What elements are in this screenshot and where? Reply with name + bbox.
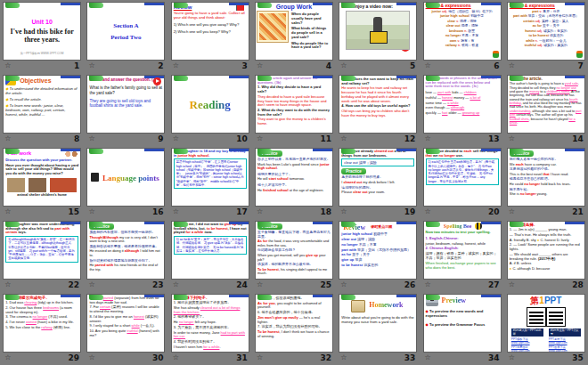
slide-thumbnail[interactable]: 5. As for me, I did not want to give up … bbox=[172, 222, 249, 279]
animation-star-icon[interactable]: ☆ bbox=[257, 281, 263, 288]
slide-caption-strip: ☆13 bbox=[424, 133, 501, 145]
slide-thumbnail[interactable]: Preview◆ To preview the new words and ex… bbox=[424, 295, 501, 352]
animation-star-icon[interactable]: ☆ bbox=[257, 62, 263, 69]
animation-star-icon[interactable]: ☆ bbox=[425, 135, 431, 142]
slide-thumbnail[interactable]: 5. 至于你，你应该感到羞愧。As for you, you ought to … bbox=[256, 295, 332, 352]
slide-caption-strip: ☆9 bbox=[87, 133, 164, 145]
slide-thumbnail[interactable]: Practice至于食物嘛，简直难以下咽，而且离海边有好几英里。As for t… bbox=[256, 222, 332, 279]
slide-thumbnail[interactable]: Section APeriod Two bbox=[87, 3, 164, 60]
animation-star-icon[interactable]: ☆ bbox=[509, 208, 515, 215]
slide-thumbnail[interactable]: Listen and answer the question. (2a)What… bbox=[87, 76, 164, 133]
slide-thumbnail[interactable]: Objectives◆ To understand the detailed i… bbox=[4, 76, 80, 133]
slide-thumbnail[interactable]: 三、翻译下列句子。1. 她已从厨房里清理出了许多东西。She has alrea… bbox=[172, 295, 249, 352]
animation-star-icon[interactable]: ☆ bbox=[257, 354, 263, 361]
animation-star-icon[interactable]: ☆ bbox=[173, 354, 179, 361]
animation-star-icon[interactable]: ☆ bbox=[173, 135, 179, 142]
animation-star-icon[interactable]: ☆ bbox=[340, 281, 347, 288]
slide-thumbnail[interactable]: Review课时重点回顾junior high school 初级中学clear… bbox=[339, 222, 416, 279]
animation-star-icon[interactable]: ☆ bbox=[257, 135, 263, 142]
animation-star-icon[interactable]: ☆ bbox=[4, 208, 11, 215]
animation-star-icon[interactable]: ☆ bbox=[509, 281, 515, 288]
text-span: 1. Dad was bbox=[5, 300, 24, 304]
slide-thumbnail[interactable]: Reading bbox=[172, 76, 249, 133]
animation-star-icon[interactable]: ☆ bbox=[88, 281, 94, 288]
slide-number: 21 bbox=[572, 207, 584, 216]
animation-star-icon[interactable]: ☆ bbox=[425, 281, 431, 288]
animation-star-icon[interactable]: ☆ bbox=[340, 135, 347, 142]
slide-cell: Objectives◆ To understand the detailed i… bbox=[0, 73, 84, 146]
slide-caption-strip: ☆23 bbox=[87, 279, 164, 291]
slide-caption-strip: ☆28 bbox=[508, 279, 584, 291]
text-span: a lot of bbox=[470, 95, 480, 100]
row: 扫码进入第一PPT手机版扫码关注第一PPT公众号 bbox=[508, 328, 584, 337]
slide-thumbnail[interactable]: Practice虽然我的汽车很旧，但我不想买一辆新的。Though/Althou… bbox=[87, 222, 164, 279]
slide-thumbnail[interactable]: Read the article again and answer the qu… bbox=[256, 76, 332, 133]
slide-thumbnail[interactable]: Practice自从上初中以来，马克就一直是卢克的好朋友。Mark has be… bbox=[256, 149, 332, 206]
green-mascot-icon bbox=[510, 222, 524, 227]
slide-thumbnail[interactable]: 2. We have already cleared out a lot of … bbox=[339, 149, 416, 206]
animation-star-icon[interactable]: ☆ bbox=[173, 62, 179, 69]
text-line: ◆ To learn new words: junior, clear, bed… bbox=[4, 104, 80, 118]
animation-star-icon[interactable]: ☆ bbox=[173, 208, 179, 215]
slide-thumbnail[interactable]: 4. My daughter was more understanding, a… bbox=[4, 222, 80, 279]
animation-star-icon[interactable]: ☆ bbox=[4, 62, 11, 69]
animation-star-icon[interactable]: ☆ bbox=[509, 135, 515, 142]
animation-star-icon[interactable]: ☆ bbox=[88, 135, 94, 142]
animation-star-icon[interactable]: ☆ bbox=[88, 354, 94, 361]
animation-star-icon[interactable]: ☆ bbox=[4, 354, 11, 361]
animation-star-icon[interactable]: ☆ bbox=[173, 281, 179, 288]
green-mascot-icon bbox=[341, 76, 355, 81]
row-cell bbox=[91, 173, 99, 182]
slide-caption-strip: ☆16 bbox=[87, 206, 164, 218]
slide-thumbnail[interactable]: 一、单项选择。1. — Jim is a(n) ______ young man… bbox=[508, 222, 584, 279]
slide-thumbnail[interactable]: ReviewYou're going to have a yard sale. … bbox=[172, 3, 249, 60]
slide-thumbnail[interactable]: Spelling BeeNow two minutes to test your… bbox=[424, 222, 501, 279]
text-line: junior adj. 地位（或职位、级别）低下的 bbox=[424, 10, 501, 13]
animation-star-icon[interactable]: ☆ bbox=[340, 62, 347, 69]
slide-thumbnail[interactable]: Words & expressionsjunior adj. 地位（或职位、级别… bbox=[424, 3, 501, 60]
template-bar bbox=[144, 295, 164, 297]
slide-thumbnail[interactable]: Recall the article.The author's family i… bbox=[508, 76, 584, 133]
slide-thumbnail[interactable]: Words & expressionspart v. 离开；分开part wit… bbox=[508, 3, 584, 60]
animation-star-icon[interactable]: ☆ bbox=[425, 354, 431, 361]
slide-thumbnail[interactable]: 3. We have decided to each sell five thi… bbox=[424, 149, 501, 206]
slide-cell: 4. My daughter was more understanding, a… bbox=[0, 219, 84, 292]
animation-star-icon[interactable]: ☆ bbox=[509, 62, 515, 69]
animation-star-icon[interactable]: ☆ bbox=[340, 354, 347, 361]
slide-thumbnail[interactable]: Group WorkWhen do people usually have ya… bbox=[256, 3, 332, 60]
slide-thumbnail[interactable]: 二、根据提示完成句子。1. Dad was clearing (tidy) up… bbox=[4, 295, 80, 352]
slide-thumbnail[interactable]: 6. To be parted (separate) from him even… bbox=[87, 295, 164, 352]
animation-star-icon[interactable]: ☆ bbox=[88, 62, 94, 69]
slide-thumbnail[interactable]: HomeworkWrite about what you're going to… bbox=[339, 295, 416, 352]
animation-star-icon[interactable]: ☆ bbox=[4, 281, 11, 288]
animation-star-icon[interactable]: ☆ bbox=[257, 208, 263, 215]
animation-star-icon[interactable]: ☆ bbox=[4, 135, 11, 142]
slide-thumbnail[interactable]: Language points bbox=[87, 149, 164, 206]
text-line: part with 放弃；交出（尤指不舍得的东西） bbox=[508, 14, 584, 18]
slide-thumbnail[interactable]: Practice我们每人各有一辆公司的汽车。We each have a com… bbox=[508, 149, 584, 206]
slide-thumbnail[interactable]: Unit 10I've had this bike for three year… bbox=[4, 3, 80, 60]
slide-caption-strip: ☆17 bbox=[172, 206, 249, 218]
slide-thumbnail[interactable]: Let's enjoy a video now: bbox=[339, 3, 416, 60]
text-span: He could bbox=[510, 182, 524, 186]
slide-number: 5 bbox=[410, 61, 415, 70]
animation-star-icon[interactable]: ☆ bbox=[88, 208, 94, 215]
slide-thumbnail[interactable]: 1. My daughter is 18 and my boy is alrea… bbox=[172, 149, 249, 206]
text-span: no longer bbox=[520, 191, 536, 196]
animation-star-icon[interactable]: ☆ bbox=[509, 354, 515, 361]
green-mascot-icon bbox=[89, 3, 103, 8]
slide-caption-strip: ☆4 bbox=[256, 60, 332, 72]
text-span: He will bbox=[257, 176, 269, 181]
animation-star-icon[interactable]: ☆ bbox=[425, 62, 431, 69]
animation-star-icon[interactable]: ☆ bbox=[425, 208, 431, 215]
text-line: PPT模板下载 www.1ppt.com bbox=[510, 338, 545, 345]
slide-thumbnail[interactable]: Pair workDiscuss the question with your … bbox=[4, 149, 80, 206]
slide-thumbnail[interactable]: 3. Why does the son want to keep his tra… bbox=[339, 76, 416, 133]
text-line: What kinds of things do people sell in a… bbox=[290, 27, 331, 39]
slide-thumbnail[interactable]: Find the words or phrases in the article… bbox=[424, 76, 501, 133]
shelter-and-home-photos bbox=[7, 178, 77, 192]
text-span: 一段时间；一会儿 bbox=[539, 39, 566, 43]
animation-star-icon[interactable]: ☆ bbox=[340, 208, 347, 215]
slide-thumbnail[interactable]: 第1PPT扫码进入第一PPT手机版扫码关注第一PPT公众号PPT模板下载 www… bbox=[508, 295, 584, 352]
slide-caption-strip: ☆1 bbox=[4, 60, 80, 72]
